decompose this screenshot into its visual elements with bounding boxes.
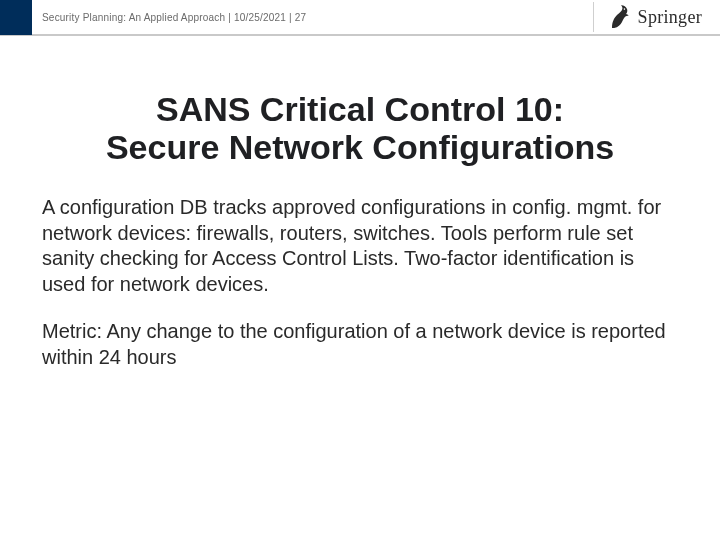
svg-point-0 [623, 8, 625, 10]
header-accent-bar [0, 0, 32, 35]
slide-body: A configuration DB tracks approved confi… [42, 195, 678, 393]
slide: Security Planning: An Applied Approach |… [0, 0, 720, 540]
body-paragraph: A configuration DB tracks approved confi… [42, 195, 678, 297]
slide-header: Security Planning: An Applied Approach |… [0, 0, 720, 36]
publisher-logo: Springer [608, 4, 720, 30]
body-paragraph: Metric: Any change to the configuration … [42, 319, 678, 370]
springer-horse-icon [608, 4, 632, 30]
header-meta-text: Security Planning: An Applied Approach |… [32, 12, 587, 23]
header-divider [593, 2, 594, 32]
publisher-name: Springer [638, 7, 702, 28]
slide-title: SANS Critical Control 10: Secure Network… [0, 90, 720, 166]
